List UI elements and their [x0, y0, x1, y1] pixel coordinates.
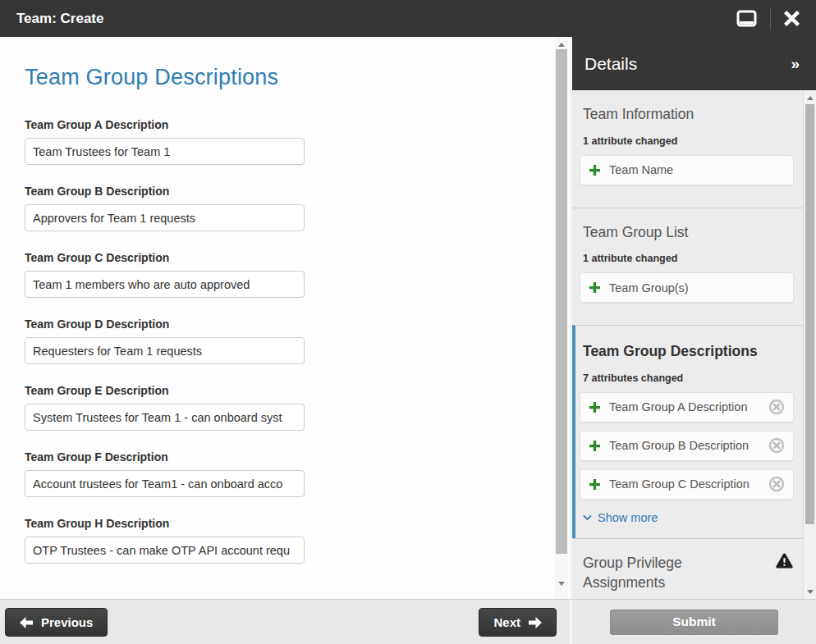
team-group-f-description-label: Team Group F Description: [25, 450, 555, 464]
close-button[interactable]: [782, 9, 801, 28]
main-panel: Team Group Descriptions Team Group A Des…: [0, 37, 572, 599]
arrow-right-icon: [529, 617, 542, 628]
footer-details: Submit: [572, 600, 816, 644]
chevron-down-icon: [583, 514, 592, 521]
details-scrollbar-thumb[interactable]: [805, 104, 814, 524]
changed-attribute-card: Team Group C Description: [580, 469, 794, 500]
team-group-f-description-input[interactable]: [25, 470, 305, 497]
field-team-group-d: Team Group D Description: [25, 317, 555, 364]
team-group-a-description-input[interactable]: [25, 138, 305, 165]
page-title: Team Group Descriptions: [25, 65, 555, 90]
team-group-e-description-input[interactable]: [25, 404, 305, 431]
submit-button[interactable]: Submit: [610, 610, 778, 635]
changed-attribute-card: Team Group B Description: [580, 431, 794, 461]
window-maximize-icon: [736, 10, 757, 27]
details-panel: Details » Team Information 1 attribute c…: [572, 37, 816, 599]
titlebar-divider: [770, 7, 771, 30]
revert-attribute-button[interactable]: [768, 476, 785, 492]
section-heading: Team Group Descriptions: [583, 342, 794, 362]
team-group-a-description-label: Team Group A Description: [25, 118, 555, 131]
main-scrollbar[interactable]: [555, 37, 568, 599]
show-more-label: Show more: [598, 511, 658, 524]
circle-x-icon: [768, 476, 785, 492]
changed-attribute-card: Team Group(s): [580, 272, 794, 303]
double-chevron-right-icon: »: [791, 55, 800, 72]
field-team-group-c: Team Group C Description: [25, 251, 555, 298]
details-section-group-privilege-assignments: Group Privilege Assignments: [572, 538, 803, 599]
scroll-down-arrow-icon[interactable]: [804, 586, 816, 597]
details-section-team-group-list: Team Group List 1 attribute changed Team…: [572, 208, 803, 326]
scroll-up-arrow-icon[interactable]: [555, 39, 568, 50]
team-group-d-description-label: Team Group D Description: [25, 317, 555, 331]
changed-attribute-label: Team Group C Description: [609, 477, 768, 491]
changed-attribute-card: Team Group A Description: [580, 392, 794, 422]
previous-button[interactable]: Previous: [5, 608, 108, 637]
team-create-modal: Team: Create Team Group Descriptions: [0, 0, 816, 644]
plus-icon: [589, 402, 600, 413]
team-group-c-description-input[interactable]: [25, 271, 305, 298]
section-heading: Group Privilege Assignments: [583, 554, 739, 592]
details-section-team-information: Team Information 1 attribute changed Tea…: [572, 90, 803, 208]
field-team-group-a: Team Group A Description: [25, 118, 555, 165]
details-header: Details »: [572, 37, 816, 90]
scroll-up-arrow-icon[interactable]: [804, 92, 816, 103]
plus-icon: [589, 479, 600, 490]
changed-attribute-card: Team Name: [580, 155, 794, 185]
circle-x-icon: [768, 437, 785, 454]
changed-attribute-label: Team Group A Description: [609, 400, 768, 413]
section-heading: Team Group List: [583, 223, 794, 243]
window-title: Team: Create: [16, 11, 735, 27]
maximize-button[interactable]: [735, 8, 759, 29]
collapse-panel-button[interactable]: »: [791, 56, 800, 71]
main-content: Team Group Descriptions Team Group A Des…: [25, 37, 555, 599]
plus-icon: [589, 441, 600, 451]
details-body: Team Information 1 attribute changed Tea…: [572, 90, 816, 599]
details-title: Details: [584, 54, 791, 74]
warning-triangle-icon: [776, 553, 793, 572]
plus-icon: [589, 282, 600, 293]
attributes-changed-count: 1 attribute changed: [583, 253, 794, 264]
arrow-left-icon: [20, 617, 33, 628]
titlebar: Team: Create: [0, 0, 816, 37]
section-heading: Team Information: [583, 105, 794, 125]
details-scrollbar[interactable]: [803, 90, 816, 599]
team-group-e-description-label: Team Group E Description: [25, 384, 555, 397]
team-group-h-description-input[interactable]: [25, 537, 305, 564]
scroll-down-arrow-icon[interactable]: [555, 578, 568, 589]
revert-attribute-button[interactable]: [768, 437, 785, 454]
field-team-group-h: Team Group H Description: [25, 517, 555, 564]
team-group-d-description-input[interactable]: [25, 337, 305, 364]
footer-main: Previous Next: [0, 600, 572, 644]
attributes-changed-count: 1 attribute changed: [583, 135, 794, 147]
close-icon: [784, 11, 800, 26]
team-group-b-description-input[interactable]: [25, 204, 305, 231]
circle-x-icon: [768, 399, 785, 415]
next-label: Next: [493, 615, 520, 629]
plus-icon: [589, 165, 600, 176]
field-team-group-b: Team Group B Description: [25, 185, 555, 231]
show-more-link[interactable]: Show more: [583, 511, 658, 524]
team-group-b-description-label: Team Group B Description: [25, 185, 555, 198]
field-team-group-f: Team Group F Description: [25, 450, 555, 497]
changed-attribute-label: Team Group(s): [609, 281, 785, 295]
team-group-h-description-label: Team Group H Description: [25, 517, 555, 530]
field-team-group-e: Team Group E Description: [25, 384, 555, 431]
changed-attribute-label: Team Group B Description: [609, 439, 768, 452]
details-section-team-group-descriptions: Team Group Descriptions 7 attributes cha…: [572, 325, 803, 538]
team-group-c-description-label: Team Group C Description: [25, 251, 555, 264]
footer: Previous Next Submit: [0, 599, 816, 644]
next-button[interactable]: Next: [479, 608, 557, 637]
main-scrollbar-thumb[interactable]: [556, 49, 567, 554]
revert-attribute-button[interactable]: [768, 399, 785, 415]
titlebar-actions: [735, 7, 801, 30]
content-row: Team Group Descriptions Team Group A Des…: [0, 37, 816, 599]
changed-attribute-label: Team Name: [609, 163, 785, 176]
attributes-changed-count: 7 attributes changed: [583, 372, 794, 384]
previous-label: Previous: [41, 615, 93, 629]
